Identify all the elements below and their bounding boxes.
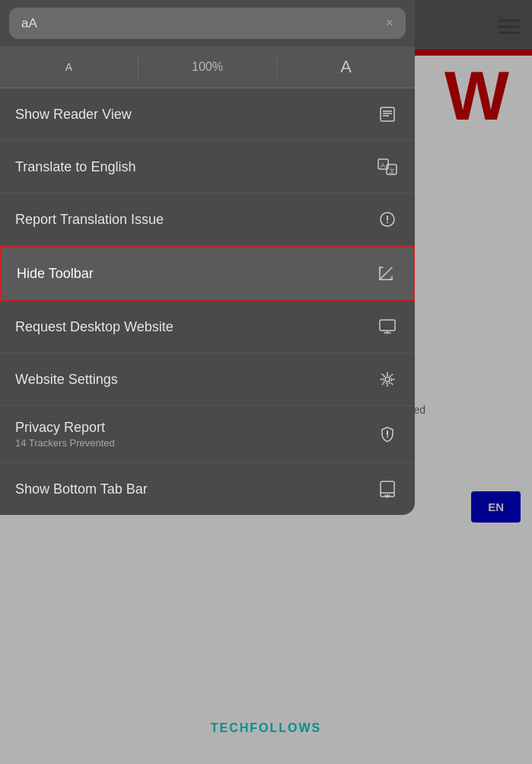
svg-text:A: A [381,161,385,169]
desktop-icon [375,315,400,339]
show-reader-view-label: Show Reader View [15,107,132,123]
alert-circle-icon [375,207,400,232]
menu-panel: aA × A 100% A Show Reader View Translate… [0,0,415,515]
menu-item-report-translation-issue[interactable]: Report Translation Issue [0,193,415,246]
url-bar[interactable]: aA × [9,8,406,39]
resize-icon [374,261,398,286]
translate-to-english-label: Translate to English [15,159,135,175]
menu-item-privacy-report[interactable]: Privacy Report 14 Trackers Prevented [0,406,415,463]
font-percent: 100% [139,50,276,85]
privacy-report-sublabel: 14 Trackers Prevented [15,437,115,449]
url-bar-text: aA [21,16,37,31]
close-button[interactable]: × [385,15,393,31]
website-settings-label: Website Settings [15,372,118,388]
shield-icon [375,422,400,446]
hide-toolbar-label: Hide Toolbar [17,266,94,282]
font-increase-button[interactable]: A [277,46,415,88]
font-decrease-button[interactable]: A [0,50,138,84]
menu-item-show-bottom-tab-bar[interactable]: Show Bottom Tab Bar [0,463,415,515]
request-desktop-website-label: Request Desktop Website [15,319,174,335]
svg-point-22 [387,436,388,438]
reader-icon [375,102,400,126]
menu-item-translate-to-english[interactable]: Translate to English A 文 [0,141,415,193]
privacy-report-text-group: Privacy Report 14 Trackers Prevented [15,420,115,449]
menu-item-hide-toolbar[interactable]: Hide Toolbar [0,246,415,301]
svg-line-11 [380,267,392,280]
translate-icon: A 文 [375,155,400,179]
font-row: A 100% A [0,46,415,88]
gear-icon [375,367,400,392]
svg-point-19 [385,377,390,382]
svg-rect-16 [380,320,395,331]
svg-text:文: 文 [389,168,395,174]
svg-rect-0 [381,107,394,121]
svg-point-10 [387,222,388,223]
report-translation-issue-label: Report Translation Issue [15,212,164,228]
menu-item-show-reader-view[interactable]: Show Reader View [0,88,415,141]
tab-bar-icon [375,477,400,501]
show-bottom-tab-bar-label: Show Bottom Tab Bar [15,481,148,497]
privacy-report-label: Privacy Report [15,420,105,436]
menu-item-request-desktop-website[interactable]: Request Desktop Website [0,301,415,353]
menu-item-website-settings[interactable]: Website Settings [0,353,415,406]
svg-point-20 [384,376,392,384]
